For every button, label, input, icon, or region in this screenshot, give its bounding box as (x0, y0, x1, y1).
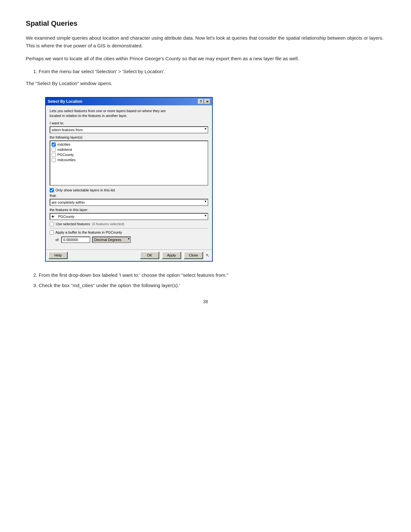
only-show-checkbox[interactable] (50, 188, 54, 192)
buffer-of-row: of: Decimal Degrees (50, 237, 208, 243)
i-want-to-dropdown-wrapper[interactable]: select features from (50, 126, 208, 133)
pgcounty-select-wrapper[interactable]: ✦ PGCounty (50, 213, 208, 220)
pgcounty-select[interactable]: PGCounty (50, 213, 208, 220)
that-label: that: (50, 194, 208, 198)
dialog-titlebar: Select By Location ? ✕ (46, 98, 212, 105)
dialog-container: Select By Location ? ✕ Lets you select f… (45, 97, 213, 262)
layer-item-pgcounty: PGCounty (52, 153, 206, 157)
apply-buffer-row: Apply a buffer to the features in PGCoun… (50, 230, 208, 235)
following-layers-label: the following layer(s): (50, 135, 208, 139)
use-selected-row: Use selected features (0 features select… (50, 222, 208, 226)
titlebar-controls: ? ✕ (198, 99, 210, 104)
that-select[interactable]: are completely within (50, 199, 208, 206)
dialog-body: Lets you select features from one or mor… (46, 105, 212, 249)
layer-item-mdcities: mdcities (52, 142, 206, 147)
that-dropdown-wrapper[interactable]: are completely within (50, 199, 208, 206)
help-button[interactable]: Help (48, 252, 68, 259)
features-in-layer-label: the features in this layer: (50, 208, 208, 212)
close-button[interactable]: Close (184, 252, 203, 259)
i-want-to-select[interactable]: select features from (50, 126, 208, 133)
close-titlebar-button[interactable]: ✕ (204, 99, 210, 104)
apply-buffer-checkbox[interactable] (50, 230, 54, 235)
step-3-text: Check the box "md_cities" under the opti… (39, 283, 180, 288)
layer-label-mdcities: mdcities (57, 142, 70, 146)
page-number: 38 (26, 299, 385, 304)
paragraph-2: Perhaps we want to locate all of the cit… (26, 55, 385, 63)
layer-label-mdinterst: mdinterst (57, 148, 72, 151)
footer-cursor-icon: ↖ (206, 253, 210, 258)
only-show-label: Only show selectable layers in this list (55, 188, 115, 192)
layer-label-pgcounty: PGCounty (57, 153, 74, 157)
layer-label-mdcounties: mdcounties (57, 158, 75, 162)
step-2-text: From the first drop-down box labeled 'I … (39, 272, 228, 278)
layer-checkbox-pgcounty[interactable] (52, 153, 56, 157)
layer-checkbox-mdcounties[interactable] (52, 158, 56, 162)
divider (50, 228, 208, 228)
buffer-value-input[interactable] (61, 237, 90, 243)
window-open-label: The "Select By Location" window opens. (26, 81, 385, 86)
dialog-footer: Help OK Apply Close ↖ (46, 249, 212, 261)
layer-item-mdcounties: mdcounties (52, 158, 206, 162)
apply-button[interactable]: Apply (162, 252, 181, 259)
features-count: (0 features selected) (92, 222, 124, 226)
dialog-title: Select By Location (48, 99, 82, 104)
step-1-text: From the menu bar select 'Selection' > '… (39, 69, 165, 74)
layer-checkbox-mdcities[interactable] (52, 142, 56, 147)
of-label: of: (55, 238, 59, 242)
page-title: Spatial Queries (26, 19, 385, 28)
apply-buffer-label: Apply a buffer to the features in PGCoun… (55, 230, 122, 234)
select-by-location-dialog: Select By Location ? ✕ Lets you select f… (45, 97, 213, 262)
layer-item-mdinterst: mdinterst (52, 148, 206, 152)
ok-button[interactable]: OK (140, 252, 159, 259)
layer-checkbox-mdinterst[interactable] (52, 148, 56, 152)
dialog-description: Lets you select features from one or mor… (50, 109, 208, 119)
buffer-unit-select[interactable]: Decimal Degrees (92, 237, 131, 243)
use-selected-checkbox[interactable] (50, 222, 54, 226)
layer-list-box[interactable]: mdcities mdinterst PGCounty mdcounties (50, 140, 208, 186)
buffer-unit-wrapper[interactable]: Decimal Degrees (92, 237, 131, 243)
help-titlebar-button[interactable]: ? (198, 99, 204, 104)
i-want-to-label: I want to: (50, 121, 208, 125)
only-show-row: Only show selectable layers in this list (50, 188, 208, 192)
paragraph-1: We examined simple queries about locatio… (26, 34, 385, 50)
use-selected-label: Use selected features (56, 222, 90, 226)
